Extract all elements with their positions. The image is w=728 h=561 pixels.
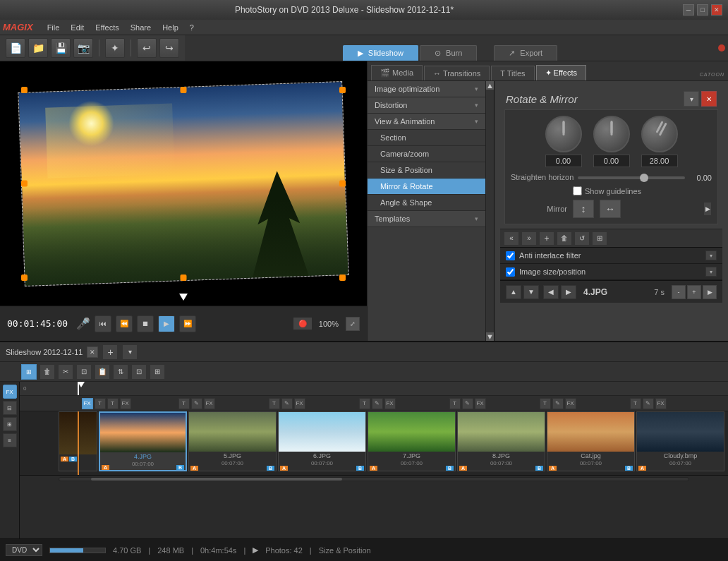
tab-transitions[interactable]: ↔ Transitions: [424, 66, 490, 80]
timeline-close-button[interactable]: ✕: [87, 346, 98, 358]
detail-dropdown-button[interactable]: ▾: [684, 91, 699, 107]
clip7-pen-icon[interactable]: ✎: [643, 398, 654, 409]
clip1-fx2-icon[interactable]: FX: [120, 398, 131, 409]
minimize-button[interactable]: ─: [683, 4, 694, 16]
effect-image-optimization[interactable]: Image optimization ▾: [368, 81, 485, 97]
tl-swap[interactable]: ⇅: [113, 364, 128, 380]
play-button[interactable]: ▶: [158, 315, 175, 332]
clip-6[interactable]: Cat.jpg 00:07:00 A B: [547, 411, 635, 471]
magic-wand-button[interactable]: ✦: [105, 38, 125, 58]
clip7-t1-icon[interactable]: T: [630, 398, 641, 409]
tl-fx-button[interactable]: FX: [3, 385, 17, 399]
clip-0[interactable]: A B: [59, 411, 97, 471]
menu-help[interactable]: Help: [157, 22, 184, 33]
effect-mirror-rotate[interactable]: Mirror & Rotate: [368, 179, 485, 195]
effects-scrollbar[interactable]: ▲ ▼: [486, 81, 495, 341]
maximize-button[interactable]: □: [697, 4, 708, 16]
fast-forward-button[interactable]: ⏩: [179, 315, 196, 332]
tl-mode2-button[interactable]: ⊞: [3, 417, 17, 431]
mirror-right-arrow[interactable]: ▶: [703, 202, 712, 216]
clip3-pen-icon[interactable]: ✎: [281, 398, 293, 409]
handle-tl[interactable]: [21, 87, 28, 93]
clip6-fx-icon[interactable]: FX: [565, 398, 576, 409]
clip3-t1-icon[interactable]: T: [269, 398, 280, 409]
handle-tr[interactable]: [339, 87, 346, 93]
effect-distortion[interactable]: Distortion ▾: [368, 97, 485, 114]
tab-export[interactable]: ↗ Export: [494, 45, 557, 61]
filter-settings-button[interactable]: ▾: [705, 251, 717, 260]
clip2-t1-icon[interactable]: T: [178, 398, 190, 409]
show-guidelines-label[interactable]: Show guidelines: [585, 187, 641, 195]
tl-mode1-button[interactable]: ⊟: [3, 401, 17, 415]
filter-anti-interlace-checkbox[interactable]: [506, 251, 515, 260]
clip2-pen-icon[interactable]: ✎: [191, 398, 202, 409]
nav-down-button[interactable]: ▼: [523, 285, 539, 299]
dial1-value[interactable]: 0.00: [545, 155, 582, 167]
clip6-pen-icon[interactable]: ✎: [552, 398, 564, 409]
fullscreen-button[interactable]: ⤢: [346, 317, 360, 331]
add-effect-button[interactable]: +: [539, 231, 554, 246]
mirror-horizontal-button[interactable]: ↕: [573, 200, 594, 218]
timeline-scrollbar[interactable]: [20, 475, 728, 482]
handle-br[interactable]: [339, 275, 346, 281]
clip6-t1-icon[interactable]: T: [540, 398, 551, 409]
clip-4[interactable]: 7.JPG 00:07:00 A B: [368, 411, 456, 471]
dial3[interactable]: [641, 116, 678, 152]
scroll-up[interactable]: ▲: [486, 81, 494, 90]
scroll-right-minus[interactable]: -: [672, 285, 686, 299]
straighten-thumb[interactable]: [640, 174, 648, 182]
handle-mr[interactable]: [339, 181, 346, 187]
clip1-fx-icon[interactable]: FX: [82, 398, 93, 409]
clip2-fx-icon[interactable]: FX: [204, 398, 215, 409]
clip3-fx-icon[interactable]: FX: [294, 398, 305, 409]
nav-up-button[interactable]: ▲: [506, 285, 521, 299]
menu-file[interactable]: File: [42, 22, 66, 33]
save-button[interactable]: 💾: [51, 38, 71, 58]
tab-slideshow[interactable]: ▶ Slideshow: [343, 45, 418, 61]
nav-left-button[interactable]: ◀: [543, 285, 559, 299]
rewind-button[interactable]: ⏮: [95, 315, 111, 332]
tab-burn[interactable]: ⊙ Burn: [420, 45, 477, 61]
scroll-down[interactable]: ▼: [486, 332, 494, 341]
scroll-right-end[interactable]: ▶: [703, 285, 717, 299]
add-slide-button[interactable]: +: [102, 344, 118, 360]
dvd-select[interactable]: DVD: [6, 544, 42, 556]
tl-cut[interactable]: ✂: [58, 364, 73, 380]
mirror-vertical-button[interactable]: ↔: [600, 200, 621, 218]
effect-templates[interactable]: Templates ▾: [368, 211, 485, 227]
tl-story-mode[interactable]: ⊞: [21, 364, 37, 380]
filter-image-size-checkbox[interactable]: [506, 267, 515, 277]
tl-copy[interactable]: ⊡: [76, 364, 92, 380]
effect-view-animation[interactable]: View & Animation ▾: [368, 114, 485, 130]
clip-1[interactable]: 4.JPG 00:07:00 A B: [99, 411, 187, 471]
tl-group[interactable]: ⊞: [150, 364, 165, 380]
tab-media[interactable]: 🎬 Media: [371, 65, 423, 80]
clip-3[interactable]: 6.JPG 00:07:00 A B: [278, 411, 366, 471]
dial2[interactable]: [593, 116, 630, 152]
clip4-t1-icon[interactable]: T: [359, 398, 370, 409]
stop-button[interactable]: ⏹: [137, 315, 154, 332]
clip4-pen-icon[interactable]: ✎: [372, 398, 383, 409]
handle-bl[interactable]: [21, 275, 28, 281]
handle-ml[interactable]: [21, 181, 28, 187]
clip5-t1-icon[interactable]: T: [449, 398, 461, 409]
menu-effects[interactable]: Effects: [90, 22, 124, 33]
snapshot-button[interactable]: 📷: [73, 38, 93, 58]
clip5-pen-icon[interactable]: ✎: [462, 398, 473, 409]
clip5-fx-icon[interactable]: FX: [475, 398, 486, 409]
filter-size-settings-button[interactable]: ▾: [705, 267, 717, 277]
tab-effects[interactable]: ✦ Effects: [536, 65, 586, 80]
tl-move[interactable]: ⊡: [131, 364, 147, 380]
expand-button[interactable]: ▾: [122, 344, 138, 360]
menu-share[interactable]: Share: [125, 22, 157, 33]
dial2-value[interactable]: 0.00: [593, 155, 630, 167]
clip-5[interactable]: 8.JPG 00:07:00 A B: [457, 411, 545, 471]
delete-effect-button[interactable]: 🗑: [557, 231, 572, 246]
straighten-slider[interactable]: [578, 176, 685, 179]
scroll-right-plus[interactable]: +: [687, 285, 701, 299]
effect-section[interactable]: Section: [368, 130, 485, 146]
go-forward-button[interactable]: »: [521, 231, 537, 246]
new-button[interactable]: 📄: [6, 38, 25, 58]
clip4-fx-icon[interactable]: FX: [384, 398, 396, 409]
quality-button[interactable]: 🔴: [293, 318, 312, 330]
